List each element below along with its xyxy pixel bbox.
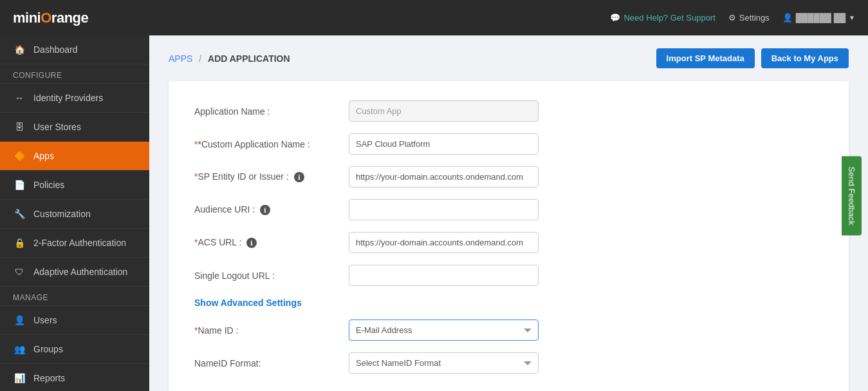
header: miniOrange 💬 Need Help? Get Support ⚙ Se… (0, 0, 868, 35)
show-advanced-settings-link[interactable]: Show Advanced Settings (194, 298, 823, 319)
name-id-select[interactable]: E-Mail Address Username Phone (349, 319, 539, 341)
application-name-row: Application Name : (194, 100, 823, 122)
groups-icon: 👥 (13, 343, 26, 356)
dashboard-icon: 🏠 (13, 43, 26, 56)
audience-uri-info-icon[interactable]: ℹ (260, 205, 270, 215)
help-icon: 💬 (610, 13, 620, 23)
nameid-format-row: NameID Format: Select NameID Format urn:… (194, 352, 823, 374)
sp-entity-row: *SP Entity ID or Issuer : ℹ (194, 166, 823, 187)
audience-uri-row: Audience URI : ℹ (194, 199, 823, 220)
customization-icon: 🔧 (13, 207, 26, 220)
custom-app-name-input[interactable] (349, 133, 539, 155)
groups-label: Groups (33, 344, 63, 354)
reports-icon: 📊 (13, 372, 26, 385)
sidebar-item-dashboard[interactable]: 🏠 Dashboard (0, 35, 149, 64)
identity-providers-icon: ↔ (13, 91, 26, 104)
user-icon: 👤 (782, 13, 793, 23)
nameid-format-select[interactable]: Select NameID Format urn:oasis:names:tc:… (349, 352, 539, 374)
custom-app-name-label: **Custom Application Name : (194, 139, 349, 149)
sidebar-item-reports[interactable]: 📊 Reports (0, 364, 149, 391)
manage-label: Manage (13, 293, 48, 302)
single-logout-row: Single Logout URL : (194, 265, 823, 286)
sidebar-item-users[interactable]: 👤 Users (0, 306, 149, 335)
policies-label: Policies (33, 180, 64, 190)
header-right: 💬 Need Help? Get Support ⚙ Settings 👤 ██… (610, 13, 855, 23)
acs-url-input[interactable] (349, 232, 539, 253)
sidebar-dashboard-label: Dashboard (33, 44, 78, 55)
sp-required-star: * (194, 171, 198, 182)
adaptive-auth-icon: 🛡 (13, 265, 26, 278)
two-factor-label: 2-Factor Authentication (33, 238, 126, 248)
user-stores-label: User Stores (33, 122, 81, 132)
name-id-label: *Name ID : (194, 325, 349, 336)
sidebar-item-two-factor[interactable]: 🔒 2-Factor Authentication (0, 229, 149, 258)
top-bar: APPS / ADD APPLICATION Import SP Metadat… (169, 48, 849, 68)
breadcrumb-current: ADD APPLICATION (208, 53, 290, 64)
settings-icon: ⚙ (728, 13, 736, 23)
policies-icon: 📄 (13, 178, 26, 191)
user-name: ██████ ██ (796, 13, 845, 23)
acs-url-row: *ACS URL : ℹ (194, 232, 823, 253)
logo-orange: O (41, 10, 51, 26)
apps-icon: 🔶 (13, 149, 26, 162)
logo-text: miniOrange (13, 10, 88, 26)
sidebar: 🏠 Dashboard Configure ↔ Identity Provide… (0, 35, 149, 391)
send-feedback-tab[interactable]: Send Feedback (842, 156, 862, 235)
acs-required-star: * (194, 237, 198, 247)
single-logout-input[interactable] (349, 265, 539, 286)
application-name-input[interactable] (349, 100, 539, 122)
sidebar-item-policies[interactable]: 📄 Policies (0, 171, 149, 200)
sidebar-item-identity-providers[interactable]: ↔ Identity Providers (0, 84, 149, 113)
content-area: APPS / ADD APPLICATION Import SP Metadat… (149, 35, 868, 391)
logo: miniOrange (13, 10, 88, 26)
sp-entity-label: *SP Entity ID or Issuer : ℹ (194, 171, 349, 183)
audience-uri-input[interactable] (349, 199, 539, 220)
name-id-row: *Name ID : E-Mail Address Username Phone (194, 319, 823, 341)
identity-providers-label: Identity Providers (33, 93, 103, 103)
reports-label: Reports (33, 373, 65, 383)
help-support-link[interactable]: 💬 Need Help? Get Support (610, 13, 715, 23)
application-name-label: Application Name : (194, 106, 349, 117)
configure-label: Configure (13, 71, 62, 80)
users-label: Users (33, 315, 57, 325)
apps-label: Apps (33, 151, 54, 161)
breadcrumb-apps-link[interactable]: APPS (169, 53, 192, 64)
acs-url-label: *ACS URL : ℹ (194, 237, 349, 249)
sidebar-item-customization[interactable]: 🔧 Customization (0, 200, 149, 229)
settings-label: Settings (739, 13, 770, 23)
import-sp-metadata-button[interactable]: Import SP Metadata (656, 48, 755, 68)
feedback-label: Send Feedback (847, 166, 856, 225)
nameid-format-label: NameID Format: (194, 358, 349, 368)
single-logout-label: Single Logout URL : (194, 271, 349, 281)
back-to-my-apps-button[interactable]: Back to My Apps (761, 48, 849, 68)
add-application-form: Application Name : **Custom Application … (169, 81, 849, 391)
two-factor-icon: 🔒 (13, 236, 26, 249)
user-stores-icon: 🗄 (13, 120, 26, 133)
action-buttons: Import SP Metadata Back to My Apps (656, 48, 849, 68)
sidebar-manage-section: Manage (0, 287, 149, 306)
help-text: Need Help? Get Support (623, 13, 715, 23)
sidebar-configure-section: Configure (0, 64, 149, 84)
sidebar-item-user-stores[interactable]: 🗄 User Stores (0, 113, 149, 142)
audience-uri-label: Audience URI : ℹ (194, 204, 349, 216)
breadcrumb: APPS / ADD APPLICATION (169, 53, 290, 64)
sidebar-item-apps[interactable]: 🔶 Apps (0, 142, 149, 171)
sp-entity-input[interactable] (349, 166, 539, 187)
breadcrumb-separator: / (199, 53, 201, 64)
customization-label: Customization (33, 209, 91, 219)
acs-url-info-icon[interactable]: ℹ (246, 238, 257, 248)
sidebar-item-adaptive-auth[interactable]: 🛡 Adaptive Authentication (0, 258, 149, 287)
sidebar-item-groups[interactable]: 👥 Groups (0, 335, 149, 364)
nameid-required-star: * (194, 325, 198, 336)
chevron-down-icon: ▼ (849, 14, 855, 21)
custom-app-name-row: **Custom Application Name : (194, 133, 823, 155)
main-layout: 🏠 Dashboard Configure ↔ Identity Provide… (0, 35, 868, 391)
sp-entity-info-icon[interactable]: ℹ (294, 172, 304, 182)
users-icon: 👤 (13, 314, 26, 327)
settings-link[interactable]: ⚙ Settings (728, 13, 770, 23)
user-menu[interactable]: 👤 ██████ ██ ▼ (782, 13, 855, 23)
adaptive-auth-label: Adaptive Authentication (33, 267, 127, 277)
